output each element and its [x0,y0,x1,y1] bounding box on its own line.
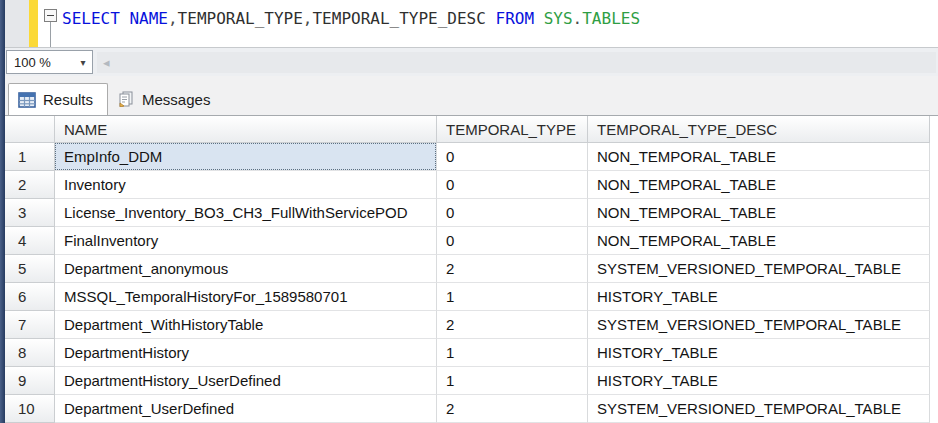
tab-messages[interactable]: Messages [108,83,224,115]
editor-horizontal-scrollbar[interactable]: ◂ [97,52,936,73]
sql-keyword: SELECT [62,9,120,28]
cell-name[interactable]: Department_anonymous [55,255,437,283]
zoom-level-dropdown[interactable]: 100 % ▾ [6,50,93,74]
row-filler [930,367,938,395]
unsaved-change-bar [29,0,38,47]
cell-temporal-type[interactable]: 2 [437,255,588,283]
zoom-level-value: 100 % [14,55,74,70]
row-number-cell[interactable]: 3 [5,199,55,227]
table-row: 4 FinalInventory 0 NON_TEMPORAL_TABLE [5,227,938,255]
grid-header-row: NAME TEMPORAL_TYPE TEMPORAL_TYPE_DESC [5,116,938,143]
cell-name[interactable]: EmpInfo_DDM [55,143,437,171]
row-number-cell[interactable]: 2 [5,171,55,199]
cell-temporal-type-desc[interactable]: SYSTEM_VERSIONED_TEMPORAL_TABLE [588,311,930,339]
cell-temporal-type[interactable]: 1 [437,339,588,367]
cell-temporal-type-desc[interactable]: NON_TEMPORAL_TABLE [588,171,930,199]
cell-name[interactable]: DepartmentHistory [55,339,437,367]
cell-temporal-type[interactable]: 0 [437,171,588,199]
table-row: 1 EmpInfo_DDM 0 NON_TEMPORAL_TABLE [5,143,938,171]
tab-results[interactable]: Results [8,83,108,115]
cell-temporal-type-desc[interactable]: NON_TEMPORAL_TABLE [588,199,930,227]
row-filler [930,143,938,171]
sql-schema-sys: SYS [544,9,573,28]
cell-temporal-type-desc[interactable]: HISTORY_TABLE [588,367,930,395]
column-header-temporal-type-desc[interactable]: TEMPORAL_TYPE_DESC [588,116,930,143]
table-row: 8 DepartmentHistory 1 HISTORY_TABLE [5,339,938,367]
cell-name[interactable]: Department_UserDefined [55,395,437,423]
results-pane-tabstrip: Results Messages [5,76,938,115]
editor-indicator-margin [5,0,29,47]
row-number-cell[interactable]: 8 [5,339,55,367]
cell-name[interactable]: License_Inventory_BO3_CH3_FullWithServic… [55,199,437,227]
tab-results-label: Results [43,91,93,108]
row-number-cell[interactable]: 1 [5,143,55,171]
cell-temporal-type-desc[interactable]: HISTORY_TABLE [588,339,930,367]
ssms-query-window: SELECT NAME,TEMPORAL_TYPE,TEMPORAL_TYPE_… [0,0,938,423]
row-filler [930,227,938,255]
sql-column-temporal-type-desc: TEMPORAL_TYPE_DESC [312,9,485,28]
row-number-cell[interactable]: 9 [5,367,55,395]
cell-temporal-type[interactable]: 0 [437,227,588,255]
column-header-name[interactable]: NAME [55,116,437,143]
cell-name[interactable]: FinalInventory [55,227,437,255]
cell-name[interactable]: DepartmentHistory_UserDefined [55,367,437,395]
cell-temporal-type-desc[interactable]: SYSTEM_VERSIONED_TEMPORAL_TABLE [588,395,930,423]
select-all-corner-cell[interactable] [5,116,55,143]
row-filler [930,171,938,199]
sql-column-temporal-type: TEMPORAL_TYPE [178,9,303,28]
row-number-cell[interactable]: 10 [5,395,55,423]
row-filler [930,339,938,367]
table-row: 3 License_Inventory_BO3_CH3_FullWithServ… [5,199,938,227]
cell-temporal-type[interactable]: 1 [437,367,588,395]
row-filler [930,395,938,423]
row-filler [930,199,938,227]
messages-icon [117,91,135,107]
chevron-down-icon: ▾ [74,57,92,68]
sql-table-tables: TABLES [582,9,640,28]
column-header-temporal-type[interactable]: TEMPORAL_TYPE [437,116,588,143]
scroll-left-icon[interactable]: ◂ [97,55,110,70]
cell-temporal-type-desc[interactable]: NON_TEMPORAL_TABLE [588,143,930,171]
cell-temporal-type-desc[interactable]: HISTORY_TABLE [588,283,930,311]
cell-name[interactable]: MSSQL_TemporalHistoryFor_1589580701 [55,283,437,311]
row-filler [930,283,938,311]
table-row: 7 Department_WithHistoryTable 2 SYSTEM_V… [5,311,938,339]
table-row: 10 Department_UserDefined 2 SYSTEM_VERSI… [5,395,938,423]
tab-messages-label: Messages [142,91,210,108]
collapse-region-toggle-icon[interactable] [44,9,57,22]
table-row: 2 Inventory 0 NON_TEMPORAL_TABLE [5,171,938,199]
row-number-cell[interactable]: 4 [5,227,55,255]
row-filler [930,311,938,339]
cell-name[interactable]: Inventory [55,171,437,199]
table-row: 9 DepartmentHistory_UserDefined 1 HISTOR… [5,367,938,395]
header-filler [930,116,938,143]
row-filler [930,255,938,283]
cell-temporal-type-desc[interactable]: SYSTEM_VERSIONED_TEMPORAL_TABLE [588,255,930,283]
cell-temporal-type[interactable]: 0 [437,143,588,171]
cell-name[interactable]: Department_WithHistoryTable [55,311,437,339]
cell-temporal-type[interactable]: 2 [437,311,588,339]
results-grid: NAME TEMPORAL_TYPE TEMPORAL_TYPE_DESC 1 … [5,115,938,423]
sql-column-name: NAME [129,9,168,28]
row-number-cell[interactable]: 6 [5,283,55,311]
cell-temporal-type[interactable]: 1 [437,283,588,311]
results-grid-icon [18,92,36,108]
sql-query-text[interactable]: SELECT NAME,TEMPORAL_TYPE,TEMPORAL_TYPE_… [62,9,640,29]
cell-temporal-type[interactable]: 0 [437,199,588,227]
collapse-region-line [50,22,51,47]
row-number-cell[interactable]: 5 [5,255,55,283]
grid-body: 1 EmpInfo_DDM 0 NON_TEMPORAL_TABLE 2 Inv… [5,143,938,423]
cell-temporal-type[interactable]: 2 [437,395,588,423]
row-number-cell[interactable]: 7 [5,311,55,339]
table-row: 6 MSSQL_TemporalHistoryFor_1589580701 1 … [5,283,938,311]
table-row: 5 Department_anonymous 2 SYSTEM_VERSIONE… [5,255,938,283]
editor-status-row: 100 % ▾ ◂ [5,47,938,76]
cell-temporal-type-desc[interactable]: NON_TEMPORAL_TABLE [588,227,930,255]
sql-keyword-from: FROM [496,9,535,28]
query-editor[interactable]: SELECT NAME,TEMPORAL_TYPE,TEMPORAL_TYPE_… [5,0,938,47]
